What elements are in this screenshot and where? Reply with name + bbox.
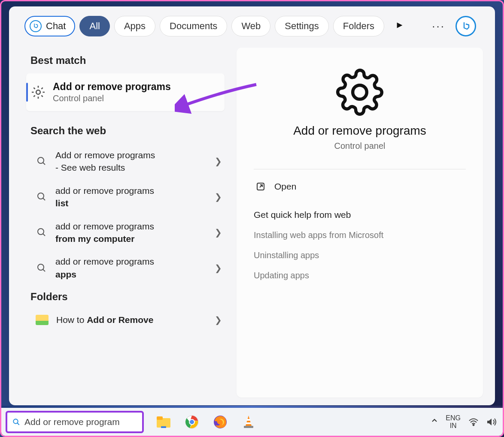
- web-result-text-prefix: add or remove programs: [55, 186, 154, 196]
- detail-subtitle: Control panel: [254, 141, 466, 151]
- taskbar-file-explorer[interactable]: [155, 413, 172, 431]
- content-row: Best match Add or remove programs Contro…: [9, 43, 495, 405]
- svg-point-1: [38, 157, 44, 163]
- detail-title: Add or remove programs: [254, 124, 466, 138]
- web-result-3[interactable]: add or remove programs apps ❯: [9, 250, 232, 286]
- help-link-0[interactable]: Installing web apps from Microsoft: [254, 230, 466, 240]
- web-result-2[interactable]: add or remove programs from my computer …: [9, 215, 232, 250]
- best-match-title: Add or remove programs: [53, 81, 171, 93]
- start-search-panel: Chat All Apps Documents Web Settings Fol…: [9, 6, 495, 405]
- bing-chat-icon: [30, 20, 42, 32]
- help-header: Get quick help from web: [254, 210, 466, 220]
- web-result-text-bold: apps: [55, 269, 76, 279]
- svg-rect-15: [157, 416, 163, 420]
- taskbar-search-box[interactable]: [6, 411, 144, 433]
- web-result-text-suffix: - See web results: [55, 161, 206, 174]
- taskbar-tray: ENG IN: [431, 414, 498, 429]
- overflow-menu-button[interactable]: ···: [426, 20, 451, 33]
- detail-column: Add or remove programs Control panel Ope…: [232, 43, 495, 405]
- tab-apps[interactable]: Apps: [114, 16, 155, 36]
- web-result-text-bold: from my computer: [55, 234, 134, 244]
- svg-point-9: [353, 85, 367, 99]
- lang-bottom: IN: [446, 422, 461, 430]
- tab-folders[interactable]: Folders: [333, 16, 384, 36]
- chevron-right-icon: ❯: [215, 156, 222, 166]
- svg-point-19: [189, 419, 194, 425]
- web-result-text-prefix: add or remove programs: [55, 221, 154, 231]
- web-result-text-prefix: add or remove programs: [55, 256, 154, 266]
- lang-top: ENG: [446, 414, 461, 422]
- gear-icon: [336, 68, 384, 116]
- tab-settings[interactable]: Settings: [275, 16, 329, 36]
- results-column: Best match Add or remove programs Contro…: [9, 43, 232, 405]
- svg-line-4: [43, 198, 45, 200]
- help-link-2[interactable]: Updating apps: [254, 271, 466, 280]
- filter-tabs-row: Chat All Apps Documents Web Settings Fol…: [9, 6, 495, 43]
- taskbar: ENG IN: [1, 407, 503, 436]
- bing-icon[interactable]: [455, 16, 476, 36]
- svg-rect-16: [161, 426, 166, 428]
- search-icon: [36, 227, 47, 238]
- search-icon: [36, 192, 47, 202]
- wifi-icon[interactable]: [468, 418, 479, 426]
- divider: [254, 169, 466, 169]
- web-result-text-prefix: Add or remove programs: [55, 150, 155, 160]
- web-result-0[interactable]: Add or remove programs - See web results…: [9, 144, 232, 179]
- search-icon: [36, 263, 47, 273]
- svg-point-3: [38, 193, 44, 199]
- chat-tab[interactable]: Chat: [24, 16, 75, 36]
- more-tabs-button[interactable]: [396, 22, 403, 31]
- svg-point-5: [38, 229, 44, 235]
- taskbar-firefox[interactable]: [212, 413, 229, 431]
- taskbar-chrome[interactable]: [183, 413, 200, 431]
- svg-point-7: [38, 264, 44, 270]
- tab-web[interactable]: Web: [231, 16, 270, 36]
- tray-overflow-button[interactable]: [431, 417, 438, 426]
- gear-icon: [30, 84, 46, 100]
- search-icon: [12, 417, 20, 427]
- help-link-1[interactable]: Uninstalling apps: [254, 250, 466, 260]
- best-match-subtitle: Control panel: [53, 93, 171, 103]
- taskbar-search-input[interactable]: [24, 417, 137, 427]
- folder-text-bold: Add or Remove: [87, 315, 153, 325]
- chevron-right-icon: ❯: [215, 263, 222, 273]
- svg-point-12: [13, 419, 18, 424]
- web-result-text-bold: list: [55, 198, 68, 208]
- best-match-header: Best match: [9, 49, 232, 73]
- open-action[interactable]: Open: [254, 181, 466, 192]
- svg-line-6: [43, 234, 45, 236]
- folders-header: Folders: [9, 286, 232, 310]
- chevron-right-icon: ❯: [215, 192, 222, 202]
- chat-tab-label: Chat: [46, 21, 66, 32]
- svg-rect-22: [246, 422, 251, 424]
- chevron-right-icon: ❯: [215, 315, 222, 325]
- open-label: Open: [274, 181, 296, 192]
- detail-card: Add or remove programs Control panel Ope…: [237, 48, 483, 398]
- folder-icon: [36, 315, 49, 325]
- open-external-icon: [255, 181, 266, 192]
- search-web-header: Search the web: [9, 120, 232, 144]
- search-icon: [36, 156, 47, 166]
- folder-text-prefix: How to: [56, 315, 87, 325]
- svg-line-8: [43, 269, 45, 271]
- svg-rect-23: [244, 426, 253, 428]
- language-indicator[interactable]: ENG IN: [446, 414, 461, 429]
- volume-icon[interactable]: [486, 417, 498, 427]
- taskbar-vlc[interactable]: [240, 413, 257, 431]
- chevron-right-icon: ❯: [215, 227, 222, 238]
- best-match-result[interactable]: Add or remove programs Control panel: [26, 73, 225, 111]
- svg-line-13: [17, 423, 19, 425]
- folder-result-0[interactable]: How to Add or Remove ❯: [9, 310, 232, 326]
- svg-line-2: [43, 163, 45, 165]
- tab-documents[interactable]: Documents: [160, 16, 227, 36]
- svg-rect-21: [247, 419, 250, 421]
- tab-all[interactable]: All: [79, 16, 109, 36]
- svg-point-0: [36, 90, 40, 94]
- web-result-1[interactable]: add or remove programs list ❯: [9, 179, 232, 215]
- svg-point-24: [473, 424, 474, 425]
